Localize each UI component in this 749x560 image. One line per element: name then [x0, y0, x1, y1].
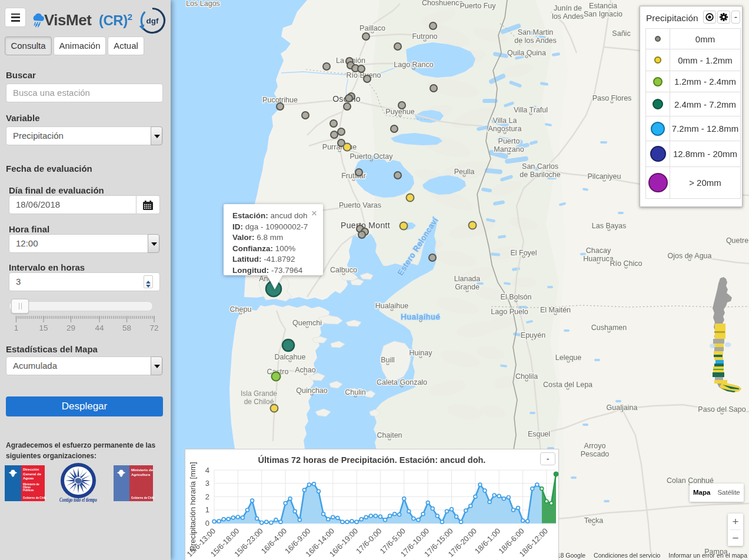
svg-text:Las Bayas: Las Bayas — [592, 222, 626, 230]
svg-text:Lago Puelo: Lago Puelo — [491, 308, 528, 316]
svg-text:Lago Ranco: Lago Ranco — [394, 61, 433, 69]
svg-text:Epuyén: Epuyén — [521, 331, 545, 339]
svg-text:3: 3 — [205, 479, 209, 488]
svg-text:Quila Quina: Quila Quina — [507, 49, 546, 57]
svg-text:2: 2 — [205, 492, 209, 501]
svg-text:Chulin: Chulin — [345, 388, 365, 396]
svg-text:17/6-0:00: 17/6-0:00 — [354, 526, 383, 555]
svg-text:Manzano: Manzano — [494, 145, 524, 154]
svg-text:Angostura: Angostura — [488, 125, 522, 133]
svg-text:Tecka: Tecka — [584, 516, 604, 525]
svg-text:Villa Traful: Villa Traful — [514, 106, 548, 114]
svg-text:Cholila: Cholila — [515, 372, 538, 381]
svg-text:Puerto Fuy: Puerto Fuy — [460, 2, 496, 10]
svg-text:Chacay: Chacay — [586, 246, 611, 255]
svg-text:58: 58 — [122, 324, 131, 332]
svg-text:Los Lagos: Los Lagos — [186, 0, 220, 8]
svg-text:El Foyel: El Foyel — [510, 249, 537, 257]
svg-text:San Carlos: San Carlos — [522, 162, 558, 171]
svg-text:0: 0 — [205, 519, 209, 528]
svg-text:Dalcahue: Dalcahue — [275, 353, 306, 361]
svg-text:Quinchao: Quinchao — [296, 386, 328, 395]
svg-text:Gualjaina: Gualjaina — [607, 404, 638, 412]
svg-text:Sañic: Sañic — [612, 29, 630, 38]
svg-text:Choshuenco: Choshuenco — [422, 0, 463, 7]
svg-text:Buill: Buill — [381, 356, 395, 364]
svg-text:Hualaihue: Hualaihue — [375, 302, 408, 310]
svg-text:Futrono: Futrono — [412, 32, 437, 41]
svg-text:Estancia: Estancia — [589, 2, 617, 10]
svg-text:Precipitación horaria [mm]: Precipitación horaria [mm] — [188, 462, 197, 551]
svg-text:4: 4 — [205, 466, 209, 475]
svg-text:Quemchi: Quemchi — [292, 319, 322, 327]
svg-text:1: 1 — [14, 324, 19, 332]
svg-text:Huarruca: Huarruca — [583, 255, 613, 263]
svg-text:18/6-1:00: 18/6-1:00 — [473, 526, 502, 555]
svg-text:El Bolsón: El Bolsón — [501, 293, 532, 301]
svg-text:29: 29 — [66, 324, 75, 332]
svg-text:Isla Grande: Isla Grande — [241, 389, 277, 398]
svg-text:Puerto: Puerto — [498, 137, 520, 145]
svg-text:dgf: dgf — [147, 16, 159, 25]
svg-text:los Andes: los Andes — [552, 12, 584, 21]
svg-text:Contigo todo el tiempo: Contigo todo el tiempo — [59, 497, 97, 503]
svg-text:Río Chico: Río Chico — [610, 259, 643, 268]
svg-text:Llanada: Llanada — [454, 275, 481, 283]
svg-text:Caleta Gonzalo: Caleta Gonzalo — [377, 378, 427, 386]
svg-text:Quetre: Quetre — [726, 236, 748, 245]
svg-text:1: 1 — [205, 505, 209, 514]
svg-text:Chaiten: Chaiten — [377, 431, 402, 439]
svg-text:Cushamen: Cushamen — [591, 324, 627, 332]
svg-text:de Bariloche: de Bariloche — [520, 171, 561, 179]
svg-text:Achao: Achao — [295, 366, 315, 374]
svg-text:Paso Flores: Paso Flores — [592, 94, 632, 102]
svg-text:Paillaco: Paillaco — [359, 24, 385, 32]
svg-text:Costa del Lepa: Costa del Lepa — [543, 381, 592, 389]
svg-text:Huinay: Huinay — [410, 349, 433, 357]
svg-text:Ojos de Agua: Ojos de Agua — [667, 252, 711, 260]
svg-text:Puerto Octay: Puerto Octay — [350, 152, 394, 161]
svg-text:Peulla: Peulla — [454, 168, 475, 176]
svg-text:15: 15 — [39, 324, 48, 332]
svg-text:72: 72 — [149, 324, 158, 332]
svg-text:Chepu: Chepu — [230, 305, 252, 314]
svg-text:de Chiloé: de Chiloé — [244, 398, 274, 406]
svg-text:Puerto Varas: Puerto Varas — [339, 201, 381, 209]
svg-text:Pilcaniyeu: Pilcaniyeu — [588, 172, 621, 181]
svg-text:Villa La: Villa La — [493, 116, 517, 125]
svg-text:de los Andes: de los Andes — [514, 36, 557, 45]
svg-text:44: 44 — [95, 324, 104, 332]
svg-text:San Ignacio: San Ignacio — [584, 10, 622, 18]
svg-text:Hualaihué: Hualaihué — [401, 312, 441, 321]
svg-text:Calbuco: Calbuco — [330, 266, 357, 274]
svg-text:Paso del Sapo: Paso del Sapo — [698, 405, 745, 414]
svg-text:Grande: Grande — [455, 283, 480, 291]
svg-text:Pescado: Pescado — [581, 450, 610, 458]
svg-text:Arroyo: Arroyo — [584, 442, 606, 450]
svg-text:Junín de: Junín de — [554, 4, 582, 12]
svg-text:Leleque: Leleque — [555, 354, 582, 362]
svg-text:El Maitén: El Maitén — [540, 306, 571, 314]
svg-text:San Martin: San Martin — [518, 28, 553, 36]
svg-text:Esquel: Esquel — [528, 430, 550, 438]
svg-text:16/6-4:00: 16/6-4:00 — [259, 526, 288, 555]
